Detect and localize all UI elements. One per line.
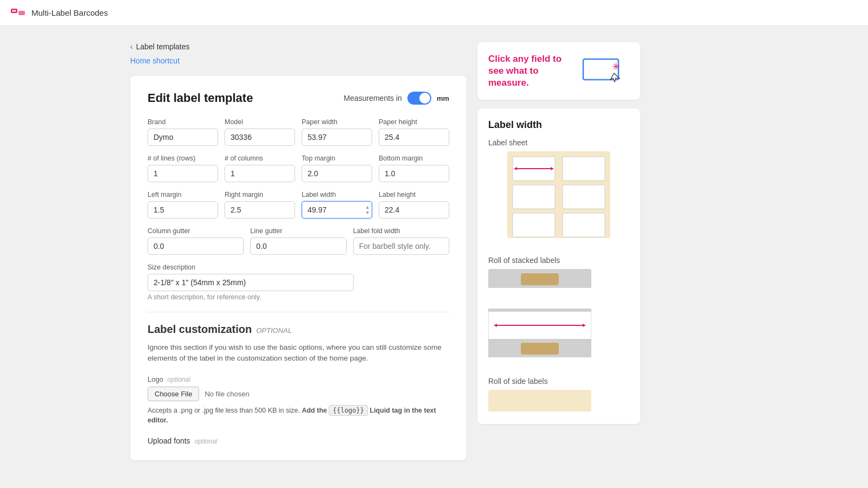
form-row-4: Column gutter Line gutter Label fold wid… [148,227,449,255]
form-header: Edit label template Measurements in mm [148,91,449,105]
svg-rect-17 [488,288,591,309]
customization-section-title: Label customization OPTIONAL [148,323,449,336]
svg-rect-16 [521,273,559,285]
hint-text: Click any field to see what to measure. [488,53,573,89]
home-shortcut-link[interactable]: Home shortcut [130,56,467,65]
model-label: Model [225,118,295,126]
columns-label: # of columns [225,155,295,162]
bottom-margin-input[interactable] [379,165,449,182]
app-title: Multi-Label Barcodes [31,8,108,17]
choose-file-button[interactable]: Choose File [148,387,199,401]
customization-optional-tag: OPTIONAL [256,326,292,335]
label-width-spinner[interactable]: ▲ ▼ [365,205,370,215]
right-margin-input[interactable] [225,201,295,219]
breadcrumb: ‹ Label templates [130,42,467,51]
back-icon[interactable]: ‹ [130,42,133,51]
size-description-label: Size description [148,264,449,271]
upload-fonts-optional: optional [195,438,218,445]
roll-stacked-diagram [488,269,591,367]
label-fold-width-input[interactable] [353,237,449,255]
form-card: Edit label template Measurements in mm B… [130,76,467,460]
label-width-input[interactable] [302,201,372,219]
left-margin-label: Left margin [148,191,218,198]
top-margin-input[interactable] [302,165,372,182]
model-input[interactable] [225,129,295,146]
column-gutter-input[interactable] [148,237,244,255]
breadcrumb-link[interactable]: Label templates [136,42,190,51]
logo-section: Logo optional Choose File No file chosen… [148,375,449,426]
brand-label: Brand [148,118,218,126]
spinner-up-icon[interactable]: ▲ [365,205,370,210]
svg-rect-13 [513,213,555,237]
paper-height-input[interactable] [379,129,449,146]
file-hint-add: Add the [302,407,327,414]
customization-description: Ignore this section if you wish to use t… [148,342,449,364]
lines-rows-label: # of lines (rows) [148,155,218,162]
bottom-margin-group: Bottom margin [379,155,449,182]
size-description-row: Size description A short description, fo… [148,264,449,301]
logo-optional-text: optional [168,376,190,383]
label-width-group: Label width ▲ ▼ [302,191,372,219]
svg-rect-23 [488,357,591,364]
label-height-label: Label height [379,191,449,198]
svg-rect-14 [563,213,605,237]
label-width-spinner-wrap: ▲ ▼ [302,201,372,219]
paper-height-label: Paper height [379,118,449,126]
roll-side-diagram [488,390,591,412]
label-width-label: Label width [302,191,372,198]
no-file-text: No file chosen [205,390,249,398]
liquid-tag-code: {{logo}} [329,405,368,416]
spinner-down-icon[interactable]: ▼ [365,210,370,215]
hint-card: Click any field to see what to measure. … [477,42,640,100]
brand-input[interactable] [148,129,218,146]
columns-group: # of columns [225,155,295,182]
hint-illustration: ✳ [580,55,629,87]
lines-rows-input[interactable] [148,165,218,182]
unit-toggle[interactable] [407,92,431,105]
upload-fonts-label: Upload fonts optional [148,436,218,445]
paper-width-label: Paper width [302,118,372,126]
label-width-title: Label width [488,119,629,131]
top-margin-group: Top margin [302,155,372,182]
column-gutter-label: Column gutter [148,227,244,235]
columns-input[interactable] [225,165,295,182]
form-row-3: Left margin Right margin Label width ▲ ▼ [148,191,449,219]
file-upload-row: Choose File No file chosen [148,387,449,401]
svg-text:✳: ✳ [612,61,620,72]
size-description-input[interactable] [148,274,354,291]
svg-rect-11 [513,185,555,209]
label-height-group: Label height [379,191,449,219]
roll-side-label: Roll of side labels [488,377,629,386]
svg-rect-24 [488,390,591,412]
info-card: Label width Label sheet [477,108,640,424]
line-gutter-input[interactable] [250,237,346,255]
label-height-input[interactable] [379,201,449,219]
left-margin-input[interactable] [148,201,218,219]
file-hint-prefix: Accepts a .png or .jpg file less than 50… [148,407,300,414]
paper-width-group: Paper width [302,118,372,146]
form-row-1: Brand Model Paper width Paper height [148,118,449,146]
label-sheet-diagram [488,151,629,243]
paper-width-input[interactable] [302,129,372,146]
svg-rect-22 [521,343,559,355]
paper-height-group: Paper height [379,118,449,146]
svg-rect-2 [18,11,25,15]
left-margin-group: Left margin [148,191,218,219]
logo-label-text: Logo [148,375,163,383]
main-content: ‹ Label templates Home shortcut Edit lab… [0,26,868,477]
top-margin-label: Top margin [302,155,372,162]
column-gutter-group: Column gutter [148,227,244,255]
logo-field-label: Logo optional [148,375,449,383]
measurements-label: Measurements in [343,94,401,102]
unit-label: mm [437,94,449,102]
left-panel: ‹ Label templates Home shortcut Edit lab… [130,42,467,460]
hint-content: Click any field to see what to measure. … [488,53,629,89]
top-bar: Multi-Label Barcodes [0,0,868,26]
app-logo-icon [11,8,26,18]
svg-rect-12 [563,185,605,209]
file-hint: Accepts a .png or .jpg file less than 50… [148,406,449,426]
right-margin-group: Right margin [225,191,295,219]
right-panel: Click any field to see what to measure. … [477,42,640,460]
brand-group: Brand [148,118,218,146]
line-gutter-label: Line gutter [250,227,346,235]
